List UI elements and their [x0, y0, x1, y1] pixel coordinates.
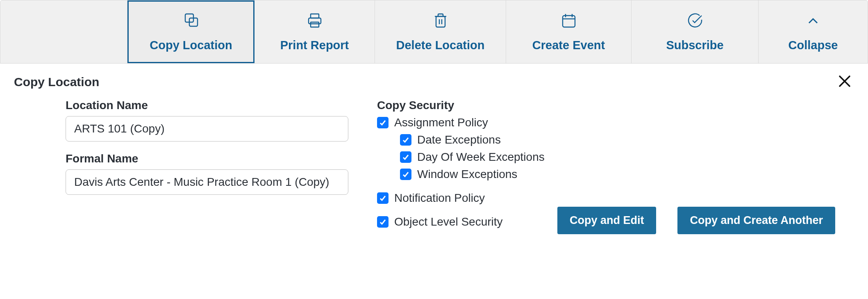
location-name-input[interactable] — [66, 116, 348, 142]
create-event-label: Create Event — [532, 39, 605, 52]
print-report-label: Print Report — [280, 39, 349, 52]
copy-location-tab[interactable]: Copy Location — [127, 0, 254, 63]
window-exceptions-checkbox[interactable] — [400, 169, 411, 180]
date-exceptions-item: Date Exceptions — [400, 133, 672, 146]
assignment-policy-label: Assignment Policy — [394, 116, 488, 129]
action-toolbar: Copy Location Print Report — [0, 0, 868, 64]
printer-icon — [306, 11, 324, 31]
svg-rect-4 — [311, 22, 319, 27]
date-exceptions-label: Date Exceptions — [417, 133, 501, 146]
copy-location-label: Copy Location — [150, 39, 232, 52]
formal-name-input[interactable] — [66, 169, 348, 195]
notification-policy-label: Notification Policy — [394, 192, 485, 205]
trash-icon — [432, 11, 450, 31]
copy-and-edit-button[interactable]: Copy and Edit — [557, 207, 657, 234]
close-button[interactable] — [838, 74, 852, 90]
notification-policy-item: Notification Policy — [377, 192, 672, 205]
copy-security-label: Copy Security — [377, 99, 672, 112]
copy-icon — [182, 11, 200, 31]
window-exceptions-label: Window Exceptions — [417, 168, 517, 181]
panel-title: Copy Location — [14, 75, 854, 89]
create-event-tab[interactable]: Create Event — [506, 0, 632, 63]
print-report-tab[interactable]: Print Report — [254, 0, 375, 63]
object-level-security-label: Object Level Security — [394, 215, 503, 228]
formal-name-label: Formal Name — [66, 152, 352, 165]
window-exceptions-item: Window Exceptions — [400, 168, 672, 181]
dow-exceptions-label: Day Of Week Exceptions — [417, 151, 545, 164]
delete-location-tab[interactable]: Delete Location — [375, 0, 506, 63]
delete-location-label: Delete Location — [396, 39, 485, 52]
date-exceptions-checkbox[interactable] — [400, 134, 411, 146]
copy-location-panel: Copy Location Location Name Formal Name — [0, 64, 868, 247]
close-icon — [838, 82, 852, 89]
svg-rect-2 — [311, 14, 319, 18]
location-name-label: Location Name — [66, 99, 352, 112]
assignment-policy-item: Assignment Policy — [377, 116, 672, 129]
calendar-icon — [560, 11, 578, 31]
chevron-up-icon — [804, 11, 822, 31]
svg-rect-6 — [563, 16, 575, 27]
assignment-policy-checkbox[interactable] — [377, 117, 389, 128]
dow-exceptions-item: Day Of Week Exceptions — [400, 151, 672, 164]
left-column: Location Name Formal Name — [66, 99, 352, 233]
dow-exceptions-checkbox[interactable] — [400, 151, 411, 163]
notification-policy-checkbox[interactable] — [377, 192, 389, 204]
svg-rect-5 — [436, 16, 445, 27]
collapse-tab[interactable]: Collapse — [759, 0, 868, 63]
object-level-security-checkbox[interactable] — [377, 216, 389, 228]
action-buttons: Copy and Edit Copy and Create Another — [557, 207, 835, 234]
copy-and-create-another-button[interactable]: Copy and Create Another — [677, 207, 835, 234]
subscribe-label: Subscribe — [666, 39, 723, 52]
check-circle-icon — [686, 11, 704, 31]
collapse-label: Collapse — [788, 39, 838, 52]
subscribe-tab[interactable]: Subscribe — [632, 0, 759, 63]
toolbar-spacer — [0, 0, 127, 63]
